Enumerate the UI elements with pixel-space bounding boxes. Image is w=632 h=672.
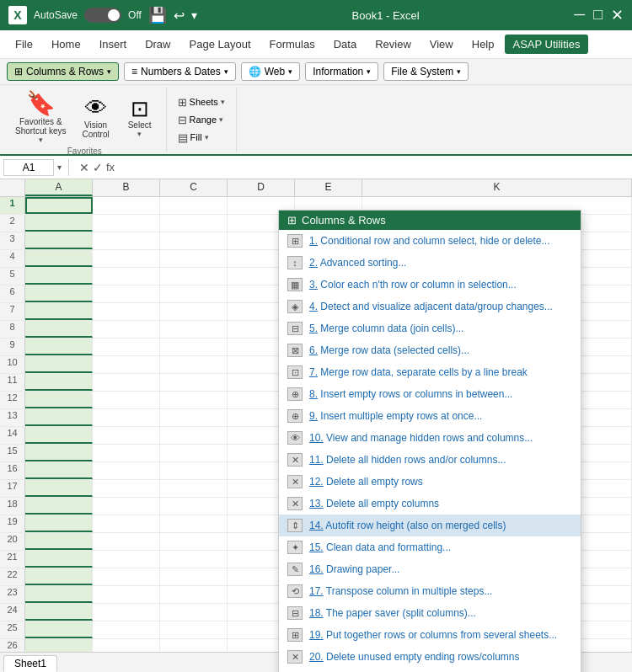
- numbers-dates-dropdown[interactable]: ≡ Numbers & Dates ▾: [124, 62, 236, 81]
- dropdown-item-19[interactable]: ⊞19. Put together rows or columns from s…: [279, 624, 581, 646]
- dropdown-item-icon-20: ✕: [287, 650, 303, 664]
- dropdown-header-icon: ⊞: [287, 214, 297, 227]
- range-button[interactable]: ⊟ Range ▾: [174, 112, 229, 128]
- file-system-label: File & System: [391, 66, 453, 77]
- range-icon: ⊟: [178, 114, 187, 126]
- save-icon[interactable]: 💾: [148, 6, 167, 24]
- ribbon-top-row: ⊞ Columns & Rows ▾ ≡ Numbers & Dates ▾ 🌐…: [0, 59, 632, 85]
- dropdown-item-text-3: 3. Color each n'th row or column in sele…: [309, 279, 517, 291]
- dropdown-item-8[interactable]: ⊕8. Insert empty rows or columns in betw…: [279, 383, 581, 405]
- menu-home[interactable]: Home: [43, 35, 89, 54]
- fill-button[interactable]: ▤ Fill ▾: [174, 130, 229, 146]
- select-icon: ⊡: [131, 97, 149, 121]
- dropdown-item-11[interactable]: ✕11. Delete all hidden rows and/or colum…: [279, 449, 581, 471]
- menu-review[interactable]: Review: [367, 35, 420, 54]
- sheet-tab-sheet1[interactable]: Sheet1: [3, 655, 57, 672]
- dropdown-item-4[interactable]: ◈4. Detect and visualize adjacent data/g…: [279, 296, 581, 317]
- column-headers: A B C D E K: [0, 179, 632, 197]
- cell-c1[interactable]: [160, 197, 228, 214]
- dropdown-item-1[interactable]: ⊞1. Conditional row and column select, h…: [279, 230, 581, 252]
- menu-draw[interactable]: Draw: [137, 35, 179, 54]
- dropdown-item-text-14: 14. Autofit row height (also on merged c…: [309, 520, 506, 531]
- menu-formulas[interactable]: Formulas: [261, 35, 324, 54]
- cell-reference-input[interactable]: [3, 159, 54, 176]
- dropdown-item-2[interactable]: ↕2. Advanced sorting...: [279, 252, 581, 274]
- col-header-b[interactable]: B: [93, 179, 160, 196]
- dropdown-item-text-5: 5. Merge column data (join cells)...: [309, 323, 463, 334]
- dropdown-item-10[interactable]: 👁10. View and manage hidden rows and col…: [279, 427, 581, 449]
- close-button[interactable]: ✕: [611, 6, 624, 24]
- dropdown-item-icon-8: ⊕: [287, 387, 303, 401]
- information-dropdown[interactable]: Information ▾: [305, 62, 378, 81]
- vision-control-button[interactable]: 👁 VisionControl: [75, 93, 117, 141]
- menu-page-layout[interactable]: Page Layout: [181, 35, 260, 54]
- dropdown-item-text-17: 17. Transpose column in multiple steps..…: [309, 585, 492, 597]
- excel-logo: X: [8, 6, 27, 24]
- insert-function-icon[interactable]: fx: [106, 161, 115, 174]
- expand-cell-ref-icon[interactable]: ▾: [57, 163, 62, 172]
- dropdown-item-icon-2: ↕: [287, 256, 303, 269]
- dropdown-item-21[interactable]: ↺21. Reset Excel's last cell: [279, 668, 581, 672]
- autosave-toggle[interactable]: [84, 8, 121, 23]
- dropdown-item-20[interactable]: ✕20. Delete unused empty ending rows/col…: [279, 646, 581, 668]
- undo-icon[interactable]: ↩: [174, 8, 185, 24]
- menu-bar: File Home Insert Draw Page Layout Formul…: [0, 30, 632, 59]
- cancel-formula-icon[interactable]: ✕: [79, 161, 89, 174]
- dropdown-item-icon-1: ⊞: [287, 234, 303, 248]
- columns-rows-icon: ⊞: [14, 66, 23, 77]
- sheets-icon: ⊞: [178, 96, 187, 109]
- minimize-button[interactable]: ─: [574, 6, 585, 24]
- favorites-button[interactable]: 🔖 Favorites &Shortcut keys ▾: [8, 88, 73, 147]
- dropdown-item-17[interactable]: ⟲17. Transpose column in multiple steps.…: [279, 580, 581, 602]
- numbers-dates-icon: ≡: [131, 66, 137, 77]
- select-button[interactable]: ⊡ Select ▾: [119, 94, 161, 141]
- confirm-formula-icon[interactable]: ✓: [93, 161, 103, 174]
- menu-file[interactable]: File: [7, 35, 41, 54]
- menu-help[interactable]: Help: [463, 35, 503, 54]
- dropdown-item-3[interactable]: ▦3. Color each n'th row or column in sel…: [279, 274, 581, 296]
- favorites-icon: 🔖: [26, 91, 56, 117]
- file-system-dropdown[interactable]: File & System ▾: [383, 62, 469, 81]
- cell-a1[interactable]: [25, 197, 93, 214]
- col-header-e[interactable]: E: [295, 179, 362, 196]
- dropdown-item-14[interactable]: ⇕14. Autofit row height (also on merged …: [279, 515, 581, 536]
- dropdown-item-13[interactable]: ✕13. Delete all empty columns: [279, 493, 581, 515]
- web-dropdown[interactable]: 🌐 Web ▾: [241, 62, 300, 81]
- formula-bar: ▾ ✕ ✓ fx: [0, 156, 632, 179]
- sheets-button[interactable]: ⊞ Sheets ▾: [174, 94, 229, 110]
- menu-data[interactable]: Data: [325, 35, 365, 54]
- menu-asap-utilities[interactable]: ASAP Utilities: [505, 35, 589, 54]
- col-header-d[interactable]: D: [228, 179, 295, 196]
- dropdown-item-text-19: 19. Put together rows or columns from se…: [309, 629, 557, 641]
- dropdown-item-5[interactable]: ⊟5. Merge column data (join cells)...: [279, 317, 581, 339]
- col-header-a[interactable]: A: [25, 179, 93, 196]
- menu-view[interactable]: View: [421, 35, 462, 54]
- dropdown-item-text-1: 1. Conditional row and column select, hi…: [309, 235, 550, 247]
- dropdown-item-7[interactable]: ⊡7. Merge row data, separate cells by a …: [279, 361, 581, 383]
- dropdown-item-icon-3: ▦: [287, 278, 303, 291]
- dropdown-item-text-16: 16. Drawing paper...: [309, 563, 399, 575]
- maximize-button[interactable]: □: [593, 6, 603, 24]
- columns-rows-dropdown-menu: ⊞ Columns & Rows ⊞1. Conditional row and…: [278, 210, 581, 672]
- columns-rows-dropdown[interactable]: ⊞ Columns & Rows ▾: [7, 62, 119, 81]
- dropdown-item-text-6: 6. Merge row data (selected cells)...: [309, 344, 469, 356]
- col-header-c[interactable]: C: [160, 179, 228, 196]
- window-title: Book1 - Excel: [197, 9, 575, 22]
- autosave-label: AutoSave: [34, 9, 78, 21]
- dropdown-item-15[interactable]: ✦15. Clean data and formatting...: [279, 536, 581, 558]
- dropdown-item-16[interactable]: ✎16. Drawing paper...: [279, 558, 581, 580]
- menu-insert[interactable]: Insert: [91, 35, 136, 54]
- cell-b1[interactable]: [93, 197, 160, 214]
- dropdown-item-18[interactable]: ⊟18. The paper saver (split columns)...: [279, 602, 581, 624]
- customize-icon[interactable]: ▾: [191, 8, 197, 22]
- formula-input[interactable]: [121, 159, 629, 175]
- dropdown-item-6[interactable]: ⊠6. Merge row data (selected cells)...: [279, 339, 581, 361]
- dropdown-item-9[interactable]: ⊕9. Insert multiple empty rows at once..…: [279, 405, 581, 427]
- numbers-dates-label: Numbers & Dates: [141, 66, 221, 77]
- information-label: Information: [313, 66, 363, 77]
- file-system-caret: ▾: [457, 67, 461, 76]
- dropdown-item-12[interactable]: ✕12. Delete all empty rows: [279, 471, 581, 493]
- columns-rows-label: Columns & Rows: [26, 66, 104, 77]
- columns-rows-caret: ▾: [107, 67, 111, 76]
- excel-app: X AutoSave Off 💾 ↩ ▾ Book1 - Excel ─ □ ✕…: [0, 0, 632, 672]
